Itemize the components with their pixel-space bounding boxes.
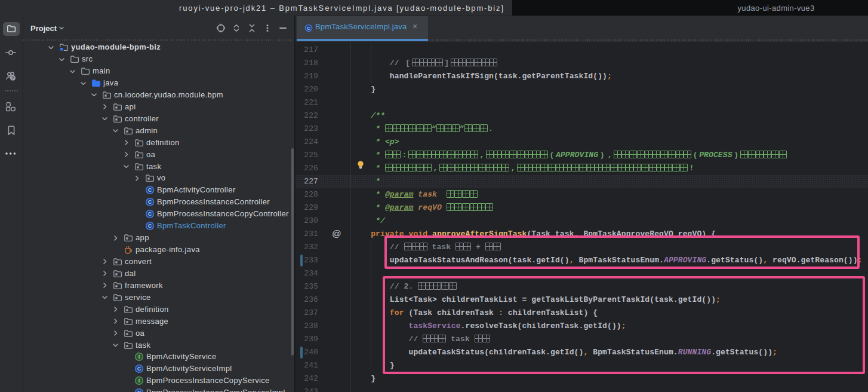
svg-text:I: I [138,354,140,360]
svg-text:C: C [137,366,141,372]
svg-text:C: C [147,199,152,205]
svg-text:C: C [307,25,310,30]
svg-text:C: C [137,390,141,392]
svg-text:C: C [147,188,152,194]
svg-text:C: C [147,211,152,217]
svg-text:I: I [138,378,140,384]
svg-text:C: C [147,223,152,229]
svg-text:?: ? [11,75,14,81]
